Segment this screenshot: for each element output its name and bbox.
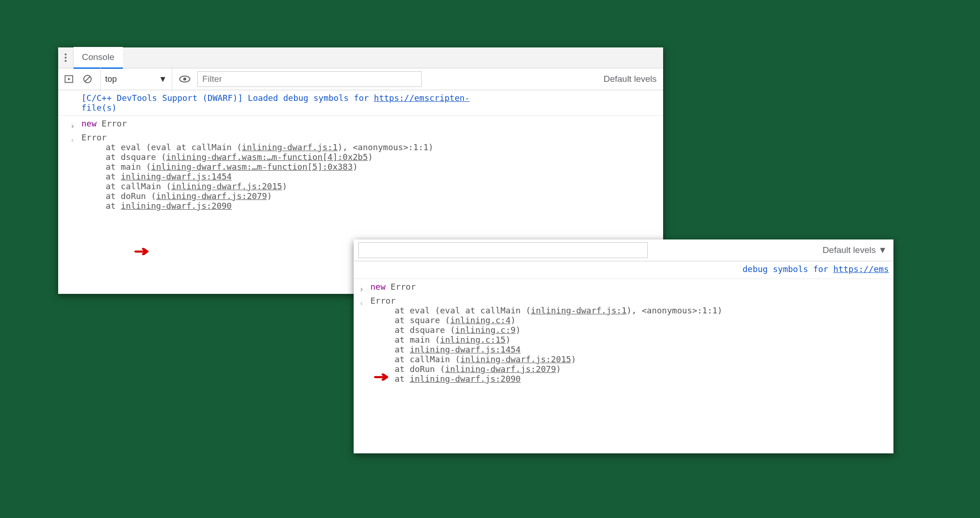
- stack-frame: at callMain (inlining-dwarf.js:2015): [395, 354, 889, 364]
- log-levels-select[interactable]: Default levels: [604, 74, 658, 84]
- source-link[interactable]: inlining-dwarf.js:1454: [410, 345, 521, 354]
- log-link[interactable]: https://emscripten-: [374, 93, 470, 103]
- stack-frame: at dsquare (inlining.c:9): [395, 325, 889, 335]
- filter-input[interactable]: [358, 242, 648, 258]
- source-link[interactable]: inlining-dwarf.js:2090: [410, 374, 521, 384]
- show-sidebar-icon[interactable]: [63, 73, 75, 85]
- context-select[interactable]: top ▼: [100, 66, 172, 92]
- chevron-left-icon: ‹: [358, 296, 365, 308]
- stack-frame: at eval (eval at callMain (inlining-dwar…: [395, 305, 889, 315]
- source-link[interactable]: inlining-dwarf.js:2079: [156, 191, 267, 201]
- source-link[interactable]: inlining-dwarf.js:1: [242, 142, 338, 152]
- highlight-arrow-icon: ➜: [373, 368, 389, 384]
- stack-frame: at callMain (inlining-dwarf.js:2015): [106, 181, 658, 191]
- error-label[interactable]: Error: [370, 296, 889, 305]
- source-link[interactable]: inlining-dwarf.wasm:…m-function[5]:0x383: [151, 162, 353, 172]
- svg-point-5: [183, 78, 187, 81]
- source-link[interactable]: inlining-dwarf.js:2015: [460, 354, 571, 364]
- stack-frame: at eval (eval at callMain (inlining-dwar…: [106, 142, 658, 152]
- console-input[interactable]: › new Error: [358, 281, 889, 295]
- live-expression-icon[interactable]: [179, 73, 191, 85]
- log-levels-label: Default levels ▼: [823, 245, 887, 255]
- source-link[interactable]: inlining.c:15: [440, 335, 506, 345]
- stack-frame: at inlining-dwarf.js:2090: [106, 201, 658, 211]
- console-output: ‹ Error at eval (eval at callMain (inlin…: [69, 132, 658, 212]
- stack-trace: at eval (eval at callMain (inlining-dwar…: [370, 305, 889, 384]
- identifier: Error: [390, 282, 416, 292]
- devtools-panel-2: Default levels ▼ debug symbols for https…: [354, 239, 893, 453]
- source-link[interactable]: inlining.c:4: [450, 315, 510, 325]
- keyword-new: new: [81, 119, 97, 128]
- svg-line-3: [85, 76, 90, 82]
- source-link[interactable]: inlining.c:9: [455, 325, 516, 335]
- chevron-right-icon: ›: [69, 119, 76, 131]
- chevron-down-icon: ▼: [159, 74, 167, 84]
- keyword-new: new: [370, 282, 386, 292]
- source-link[interactable]: inlining-dwarf.js:1: [531, 305, 627, 315]
- stack-frame: at square (inlining.c:4): [395, 315, 889, 325]
- source-link[interactable]: inlining-dwarf.wasm:…m-function[4]:0x2b5: [166, 152, 368, 162]
- stack-frame: at inlining-dwarf.js:1454: [106, 172, 658, 181]
- console-input[interactable]: › new Error: [69, 118, 658, 132]
- log-message: debug symbols for https://ems: [358, 263, 889, 277]
- stack-frame: at doRun (inlining-dwarf.js:2079): [395, 364, 889, 374]
- log-text: file(s): [81, 103, 117, 113]
- console-log: debug symbols for https://ems › new Erro…: [354, 261, 893, 389]
- source-link[interactable]: inlining-dwarf.js:2090: [121, 201, 232, 211]
- highlight-arrow-icon: ➜: [134, 243, 150, 259]
- console-toolbar: top ▼ Filter Default levels: [58, 68, 663, 90]
- filter-placeholder: Filter: [202, 74, 222, 84]
- tab-bar: Console: [58, 47, 663, 68]
- chevron-right-icon: ›: [358, 282, 365, 294]
- clear-console-icon[interactable]: [81, 73, 94, 85]
- stack-frame: at inlining-dwarf.js:1454: [395, 345, 889, 354]
- context-label: top: [105, 74, 117, 84]
- filter-input[interactable]: Filter: [197, 71, 422, 87]
- stack-frame: at inlining-dwarf.js:2090: [395, 374, 889, 384]
- svg-marker-1: [68, 78, 71, 80]
- log-levels-select[interactable]: Default levels ▼: [823, 245, 889, 255]
- log-text: [C/C++ DevTools Support (DWARF)] Loaded …: [81, 93, 374, 103]
- source-link[interactable]: inlining-dwarf.js:2015: [171, 181, 282, 191]
- source-link[interactable]: inlining-dwarf.js:1454: [121, 172, 232, 181]
- stack-frame: at doRun (inlining-dwarf.js:2079): [106, 191, 658, 201]
- tab-console[interactable]: Console: [74, 47, 123, 69]
- log-message: [C/C++ DevTools Support (DWARF)] Loaded …: [69, 92, 658, 113]
- kebab-icon[interactable]: [58, 47, 74, 68]
- console-output: ‹ Error at eval (eval at callMain (inlin…: [358, 295, 889, 385]
- error-label[interactable]: Error: [81, 133, 658, 142]
- log-levels-label: Default levels: [604, 74, 657, 84]
- log-link[interactable]: https://ems: [833, 264, 889, 274]
- stack-frame: at dsquare (inlining-dwarf.wasm:…m-funct…: [106, 152, 658, 162]
- log-text: debug symbols for: [743, 264, 833, 274]
- stack-trace: at eval (eval at callMain (inlining-dwar…: [81, 142, 658, 211]
- stack-frame: at main (inlining.c:15): [395, 335, 889, 345]
- source-link[interactable]: inlining-dwarf.js:2079: [445, 364, 556, 374]
- console-toolbar-partial: Default levels ▼: [354, 239, 893, 261]
- identifier: Error: [101, 119, 127, 128]
- chevron-left-icon: ‹: [69, 133, 76, 145]
- stack-frame: at main (inlining-dwarf.wasm:…m-function…: [106, 162, 658, 172]
- console-log: [C/C++ DevTools Support (DWARF)] Loaded …: [58, 90, 663, 216]
